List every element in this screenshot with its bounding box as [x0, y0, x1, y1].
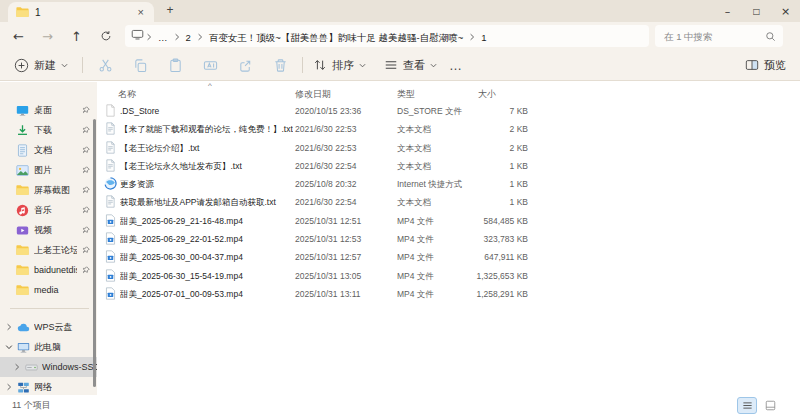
preview-button-label: 预览 [764, 58, 786, 73]
file-size: 2 KB [510, 143, 528, 153]
file-row[interactable]: 获取最新地址及APP请发邮箱自动获取.txt2021/6/30 22:54文本文… [97, 193, 800, 211]
folder-icon [16, 264, 29, 276]
cloud-icon [17, 321, 30, 334]
file-name: 获取最新地址及APP请发邮箱自动获取.txt [120, 197, 293, 209]
paste-button[interactable] [163, 58, 187, 73]
sidebar-item-label: media [34, 285, 59, 295]
details-view-toggle[interactable] [737, 397, 757, 414]
sort-button[interactable]: 排序 [313, 58, 366, 73]
cut-button[interactable] [93, 58, 117, 73]
close-button[interactable]: × [771, 5, 800, 18]
column-header-name[interactable]: 名称 [118, 88, 136, 101]
breadcrumb-segment[interactable]: 1 [477, 32, 490, 43]
file-date-modified: 2020/10/15 23:36 [295, 106, 361, 116]
chevron-right-icon[interactable] [5, 383, 13, 391]
file-row[interactable]: 甜美_2025-06-30_15-54-19.mp42025/10/31 13:… [97, 267, 800, 285]
back-button[interactable]: ← [4, 24, 33, 48]
pin-icon [82, 266, 90, 274]
search-box[interactable] [655, 25, 783, 47]
file-row[interactable]: 更多资源2025/10/8 20:32Internet 快捷方式1 KB [97, 175, 800, 193]
breadcrumb-segment[interactable]: 2 [182, 32, 195, 43]
sidebar-item[interactable]: 下载 [0, 120, 97, 140]
new-plus-icon [14, 58, 29, 73]
file-video-icon [104, 287, 117, 300]
view-button[interactable]: 查看 [384, 58, 437, 73]
explorer-tab[interactable]: 1 × [8, 2, 154, 22]
sidebar-item-label: 图片 [34, 164, 52, 177]
column-header-date[interactable]: 修改日期 [295, 88, 331, 101]
chevron-right-icon[interactable] [5, 323, 13, 331]
pin-icon [82, 166, 90, 174]
address-bar[interactable]: …2百变女王！顶级~【甜美兽兽】韵味十足 越美越骚-自慰潮喷~1 [125, 25, 649, 47]
sidebar-scrollbar[interactable] [93, 119, 96, 387]
column-header-size[interactable]: 大小 [478, 88, 496, 101]
chevron-right-icon [172, 33, 182, 41]
file-row[interactable]: 甜美_2025-07-01_00-09-53.mp42025/10/31 13:… [97, 285, 800, 303]
sidebar-item[interactable]: 桌面 [0, 100, 97, 120]
sidebar-item[interactable]: 图片 [0, 160, 97, 180]
file-row[interactable]: 甜美_2025-06-29_22-01-52.mp42025/10/31 12:… [97, 230, 800, 248]
sidebar-tree-item[interactable]: WPS云盘 [0, 317, 97, 337]
new-tab-button[interactable]: + [162, 3, 178, 19]
sidebar-item[interactable]: 屏幕截图 [0, 180, 97, 200]
chevron-down-icon [430, 62, 437, 69]
share-button[interactable] [233, 58, 257, 73]
copy-button[interactable] [128, 58, 152, 73]
breadcrumb: …2百变女王！顶级~【甜美兽兽】韵味十足 越美越骚-自慰潮喷~1 [131, 27, 491, 45]
file-row[interactable]: 甜美_2025-06-30_00-04-37.mp42025/10/31 12:… [97, 248, 800, 266]
new-button[interactable]: 新建 [14, 58, 68, 73]
file-row[interactable]: 甜美_2025-06-29_21-16-48.mp42025/10/31 12:… [97, 212, 800, 230]
more-options-button[interactable]: … [449, 58, 463, 73]
toolbar-separator [82, 57, 83, 73]
preview-button[interactable]: 预览 [745, 58, 786, 73]
sidebar-tree-item[interactable]: 此电脑 [0, 337, 97, 357]
sidebar-item[interactable]: baidunetdisl [0, 260, 97, 280]
chevron-right-icon [144, 33, 154, 41]
file-row[interactable]: .DS_Store2020/10/15 23:36DS_STORE 文件7 KB [97, 102, 800, 120]
up-button[interactable]: ↑ [62, 24, 91, 48]
sidebar-tree-item[interactable]: Windows-SSD [0, 357, 97, 377]
file-date-modified: 2025/10/31 12:53 [295, 234, 361, 244]
folder-icon [16, 184, 29, 196]
breadcrumb-ellipsis[interactable]: … [154, 32, 172, 43]
chevron-down-icon[interactable] [5, 343, 13, 351]
file-type: Internet 快捷方式 [397, 179, 462, 191]
sidebar-item[interactable]: 文档 [0, 140, 97, 160]
sidebar-item-label: 视频 [34, 224, 52, 237]
breadcrumb-segment[interactable]: 百变女王！顶级~【甜美兽兽】韵味十足 越美越骚-自慰潮喷~ [205, 32, 467, 43]
file-row[interactable]: 【老王论坛介绍】.txt2021/6/30 22:53文本文档2 KB [97, 139, 800, 157]
sidebar-item[interactable]: 视频 [0, 220, 97, 240]
large-icons-view-toggle[interactable] [760, 397, 780, 414]
file-size: 323,783 KB [484, 234, 528, 244]
sidebar-item[interactable]: media [0, 280, 97, 300]
file-row[interactable]: 【老王论坛永久地址发布页】.txt2021/6/30 22:54文本文档1 KB [97, 157, 800, 175]
rename-button[interactable] [198, 58, 222, 73]
sidebar-item-label: 屏幕截图 [34, 184, 70, 197]
sidebar-item[interactable]: 上老王论坛当 [0, 240, 97, 260]
delete-button[interactable] [268, 58, 292, 73]
sidebar-tree-item[interactable]: 网络 [0, 377, 97, 395]
file-name: 甜美_2025-06-29_22-01-52.mp4 [120, 234, 293, 246]
forward-button[interactable]: → [33, 24, 62, 48]
picture-icon [16, 164, 29, 177]
refresh-button[interactable] [91, 24, 120, 48]
tab-close-icon[interactable]: × [136, 6, 146, 18]
file-type: DS_STORE 文件 [397, 106, 462, 118]
sidebar-item-label: Windows-SSD [42, 362, 97, 372]
sidebar-item-label: 音乐 [34, 204, 52, 217]
pin-icon [82, 246, 90, 254]
file-row[interactable]: 【来了就能下载和观看的论坛，纯免费！】.txt2021/6/30 22:53文本… [97, 120, 800, 138]
tab-bar: 1 × + – □ × [0, 0, 800, 22]
column-header-type[interactable]: 类型 [397, 88, 415, 101]
maximize-button[interactable]: □ [742, 7, 771, 16]
sidebar-item[interactable]: 音乐 [0, 200, 97, 220]
file-type: MP4 文件 [397, 216, 434, 228]
minimize-button[interactable]: – [713, 5, 742, 18]
file-size: 7 KB [510, 106, 528, 116]
pc-icon [17, 341, 30, 354]
chevron-right-icon[interactable] [13, 363, 21, 371]
pin-icon [82, 126, 90, 134]
file-name: 甜美_2025-07-01_00-09-53.mp4 [120, 289, 293, 301]
file-type: MP4 文件 [397, 234, 434, 246]
search-input[interactable] [662, 30, 765, 43]
